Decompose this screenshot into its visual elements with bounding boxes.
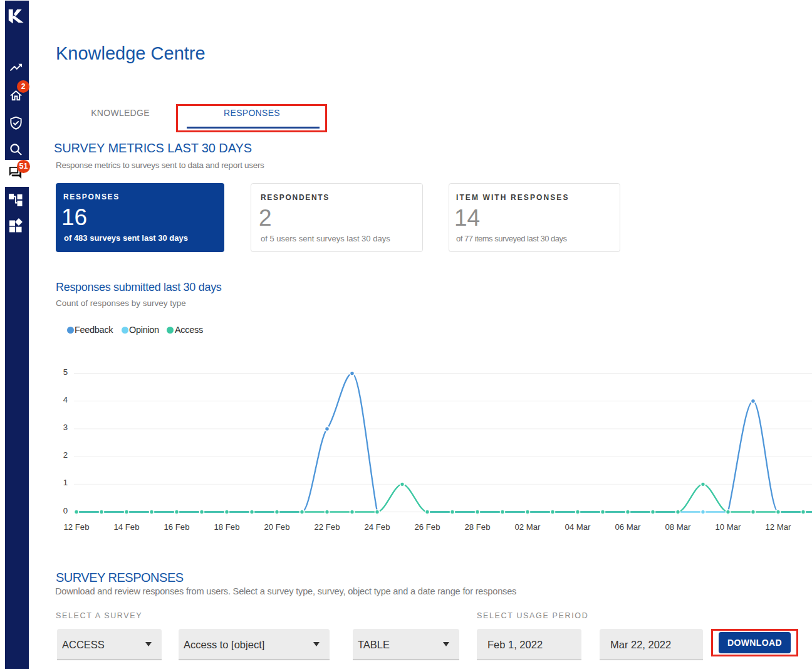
svg-text:26 Feb: 26 Feb <box>414 522 440 532</box>
svg-text:22 Feb: 22 Feb <box>314 522 340 532</box>
svg-text:12 Feb: 12 Feb <box>63 522 89 532</box>
svg-text:18 Feb: 18 Feb <box>214 522 239 532</box>
svg-text:0: 0 <box>63 506 68 515</box>
svg-text:08 Mar: 08 Mar <box>665 522 691 532</box>
svg-text:20 Feb: 20 Feb <box>264 522 289 532</box>
svg-text:5: 5 <box>63 367 68 377</box>
svg-text:2: 2 <box>63 450 68 460</box>
svg-text:04 Mar: 04 Mar <box>565 522 591 532</box>
svg-text:28 Feb: 28 Feb <box>464 522 490 532</box>
svg-text:12 Mar: 12 Mar <box>765 522 791 532</box>
svg-text:10 Mar: 10 Mar <box>715 522 741 532</box>
svg-text:4: 4 <box>63 395 68 404</box>
svg-text:3: 3 <box>63 423 68 432</box>
svg-text:1: 1 <box>63 478 68 487</box>
svg-text:06 Mar: 06 Mar <box>615 522 641 532</box>
svg-text:02 Mar: 02 Mar <box>514 522 541 532</box>
svg-text:14 Feb: 14 Feb <box>113 522 139 532</box>
svg-text:24 Feb: 24 Feb <box>364 522 390 532</box>
svg-text:16 Feb: 16 Feb <box>164 522 189 532</box>
